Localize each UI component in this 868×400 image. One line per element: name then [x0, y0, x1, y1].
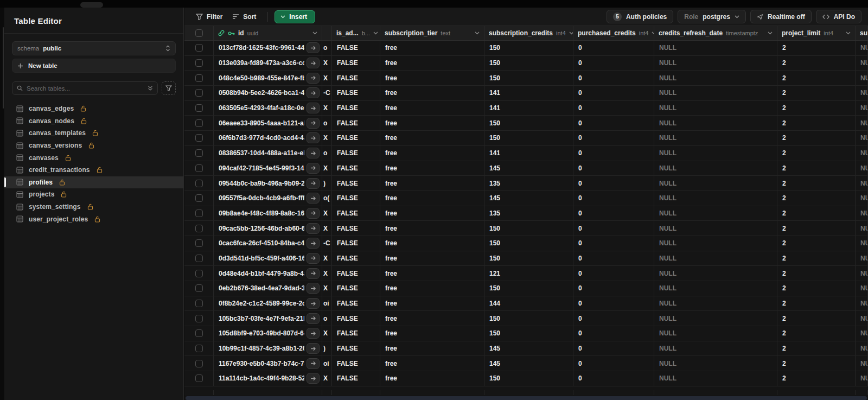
cell-subscription-tier[interactable]: free	[380, 206, 484, 221]
cell-is-admin[interactable]: FALSE	[332, 221, 380, 236]
cell-clipped-right[interactable]: NULL	[856, 161, 868, 176]
column-header-id[interactable]: id uuid	[214, 26, 322, 40]
cell-project-limit[interactable]: 2	[777, 86, 856, 100]
column-header-project-limit[interactable]: project_limit int4	[777, 26, 856, 40]
chevron-down-icon[interactable]	[475, 31, 480, 35]
cell-subscription-tier[interactable]: free	[380, 221, 484, 236]
cell-project-limit[interactable]: 2	[777, 281, 856, 296]
cell-clipped[interactable]: X	[322, 161, 332, 176]
cell-clipped-right[interactable]: NULL	[856, 341, 868, 356]
cell-subscription-credits[interactable]: 150	[484, 281, 573, 296]
cell-purchased-credits[interactable]: 0	[573, 161, 654, 176]
cell-id[interactable]: 013e039a-fd89-473a-a3c6-ccfa9...	[219, 59, 304, 67]
row-checkbox[interactable]	[195, 44, 203, 52]
role-select[interactable]: Role postgres	[678, 10, 746, 23]
cell-subscription-tier[interactable]: free	[380, 191, 484, 206]
cell-clipped[interactable]: X	[322, 221, 332, 236]
cell-credits-refresh-date[interactable]: NULL	[654, 236, 777, 251]
row-checkbox[interactable]	[195, 345, 203, 352]
cell-credits-refresh-date[interactable]: NULL	[654, 146, 777, 161]
cell-subscription-credits[interactable]: 141	[484, 146, 573, 161]
cell-credits-refresh-date[interactable]: NULL	[654, 281, 777, 296]
expand-row-button[interactable]	[307, 148, 320, 158]
row-checkbox[interactable]	[195, 239, 203, 247]
cell-clipped-right[interactable]: NULL	[856, 56, 868, 71]
expand-row-button[interactable]	[307, 298, 320, 309]
cell-clipped[interactable]: X	[322, 371, 332, 386]
cell-purchased-credits[interactable]: 0	[573, 191, 654, 206]
cell-clipped-right[interactable]: NULL	[856, 86, 868, 100]
column-header-credits-refresh-date[interactable]: credits_refresh_date timestamptz	[654, 26, 777, 40]
expand-row-button[interactable]	[307, 343, 320, 354]
expand-row-button[interactable]	[307, 87, 320, 98]
cell-subscription-credits[interactable]: 121	[484, 266, 573, 281]
cell-id[interactable]: 0d48e4d4-b1bf-4479-9a8b-4a4b...	[219, 270, 304, 277]
cell-credits-refresh-date[interactable]: NULL	[654, 101, 777, 116]
expand-row-button[interactable]	[307, 103, 320, 113]
expand-row-button[interactable]	[307, 208, 320, 219]
horizontal-scrollbar[interactable]	[186, 396, 867, 400]
row-checkbox[interactable]	[195, 164, 203, 172]
cell-clipped-right[interactable]: NULL	[856, 71, 868, 85]
cell-clipped[interactable]: oi	[322, 356, 332, 371]
expand-row-button[interactable]	[307, 132, 320, 143]
sidebar-table-item-canvas_templates[interactable]: canvas_templates	[4, 127, 183, 139]
cell-subscription-tier[interactable]: free	[380, 101, 484, 116]
cell-purchased-credits[interactable]: 0	[573, 176, 654, 191]
cell-subscription-tier[interactable]: free	[380, 176, 484, 191]
cell-clipped-right[interactable]: NULL	[856, 176, 868, 191]
cell-project-limit[interactable]: 2	[777, 296, 856, 311]
cell-id[interactable]: 013cf78d-1625-43fc-9961-442189...	[219, 44, 304, 52]
cell-project-limit[interactable]: 2	[777, 206, 856, 221]
expand-row-button[interactable]	[307, 268, 320, 279]
chevron-down-icon[interactable]	[569, 31, 573, 35]
cell-project-limit[interactable]: 2	[777, 101, 856, 116]
cell-credits-refresh-date[interactable]: NULL	[654, 371, 777, 386]
cell-clipped[interactable]: o	[322, 116, 332, 130]
cell-purchased-credits[interactable]: 0	[573, 251, 654, 266]
cell-purchased-credits[interactable]: 0	[573, 131, 654, 145]
search-tables-input[interactable]: Search tables...	[12, 81, 158, 95]
cell-id[interactable]: 105bc3b7-03fe-4e7f-9efa-21bb40...	[219, 315, 304, 322]
api-docs-button[interactable]: API Do	[816, 10, 861, 23]
cell-is-admin[interactable]: FALSE	[332, 251, 380, 266]
cell-subscription-tier[interactable]: free	[380, 161, 484, 176]
cell-clipped-right[interactable]: NULL	[856, 101, 868, 116]
cell-subscription-tier[interactable]: free	[380, 116, 484, 130]
cell-clipped-right[interactable]: NULL	[856, 236, 868, 251]
row-checkbox[interactable]	[195, 270, 203, 277]
cell-subscription-tier[interactable]: free	[380, 266, 484, 281]
cell-is-admin[interactable]: FALSE	[332, 296, 380, 311]
cell-credits-refresh-date[interactable]: NULL	[654, 296, 777, 311]
cell-purchased-credits[interactable]: 0	[573, 56, 654, 71]
cell-subscription-credits[interactable]: 150	[484, 221, 573, 236]
cell-subscription-credits[interactable]: 141	[484, 101, 573, 116]
cell-subscription-credits[interactable]: 150	[484, 41, 573, 55]
cell-credits-refresh-date[interactable]: NULL	[654, 251, 777, 266]
cell-subscription-tier[interactable]: free	[380, 146, 484, 161]
cell-credits-refresh-date[interactable]: NULL	[654, 131, 777, 145]
expand-row-button[interactable]	[307, 313, 320, 324]
cell-is-admin[interactable]: FALSE	[332, 101, 380, 116]
cell-is-admin[interactable]: FALSE	[332, 131, 380, 145]
cell-subscription-credits[interactable]: 150	[484, 311, 573, 326]
cell-clipped-right[interactable]: NULL	[856, 281, 868, 296]
cell-credits-refresh-date[interactable]: NULL	[654, 341, 777, 356]
cell-clipped-right[interactable]: NULL	[856, 116, 868, 130]
row-checkbox[interactable]	[195, 59, 203, 67]
cell-project-limit[interactable]: 2	[777, 56, 856, 71]
cell-subscription-credits[interactable]: 145	[484, 161, 573, 176]
column-header-is-admin[interactable]: is_ad... b...	[332, 26, 380, 40]
row-checkbox[interactable]	[195, 89, 203, 97]
insert-button[interactable]: Insert	[275, 10, 315, 23]
cell-clipped[interactable]: X	[322, 101, 332, 116]
cell-clipped-right[interactable]: NULL	[856, 266, 868, 281]
cell-subscription-credits[interactable]: 144	[484, 296, 573, 311]
expand-row-button[interactable]	[307, 238, 320, 249]
cell-clipped[interactable]: o	[322, 41, 332, 55]
cell-id[interactable]: 0f8b24e2-c1c2-4589-99ce-2c52d...	[219, 300, 304, 307]
realtime-toggle-button[interactable]: Realtime off	[750, 10, 812, 23]
cell-clipped-right[interactable]: NULL	[856, 41, 868, 55]
cell-purchased-credits[interactable]: 0	[573, 371, 654, 386]
cell-credits-refresh-date[interactable]: NULL	[654, 41, 777, 55]
